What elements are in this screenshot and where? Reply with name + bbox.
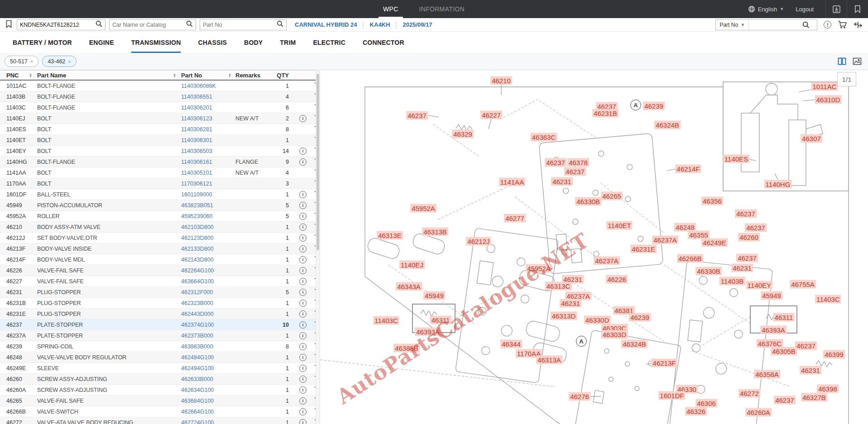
info-icon[interactable]: i <box>299 354 307 361</box>
table-row[interactable]: 46226VALVE-FAIL SAFE462264G1001i <box>0 265 316 276</box>
table-row[interactable]: 1140ESBOLT11403062818 <box>0 124 316 135</box>
table-row[interactable]: 46248VALVE-VALVE BODY REGULATOR462484G10… <box>0 352 316 363</box>
info-icon[interactable]: i <box>299 267 307 274</box>
logout-button[interactable]: Logout <box>796 6 814 13</box>
table-row[interactable]: 1140EYBOLT114030650314i <box>0 146 316 157</box>
info-icon[interactable]: i <box>299 289 307 296</box>
row-part-no-link[interactable]: 463664G100 <box>181 278 228 285</box>
diagram-part-label[interactable]: 46237 <box>795 342 817 350</box>
table-scrollbar[interactable] <box>316 70 320 424</box>
diagram-part-label[interactable]: 46231 <box>800 366 821 375</box>
cart-icon[interactable] <box>838 20 847 29</box>
table-row[interactable]: 1141AABOLT1140305101NEW A/T4 <box>0 167 316 178</box>
diagram-part-label[interactable]: 46393A <box>415 328 441 336</box>
diagram-part-label[interactable]: 45949 <box>423 291 445 300</box>
tab-connector[interactable]: CONNECTOR <box>363 32 404 53</box>
diagram-part-label[interactable]: 46313D <box>551 312 577 320</box>
swap-icon[interactable] <box>854 21 863 29</box>
sort-icon[interactable]: ▲▼ <box>228 73 235 77</box>
table-row[interactable]: 46266BVALVE-SWITCH462664G1001i <box>0 406 316 417</box>
row-part-no-link[interactable]: 1601109000 <box>181 191 228 198</box>
table-row[interactable]: 46260ASCREW ASSY-ADJUSTING462634G1001i <box>0 385 316 395</box>
diagram-part-label[interactable]: 46327B <box>801 393 827 402</box>
diagram-part-label[interactable]: 46210 <box>490 76 512 85</box>
table-row[interactable]: 1601DFBALL-STEEL16011090001i <box>0 189 316 200</box>
tab-chassis[interactable]: CHASSIS <box>198 32 227 53</box>
table-row[interactable]: 46231PLUG-STOPPER462312F0005i <box>0 287 316 298</box>
diagram-part-label[interactable]: 46393A <box>760 326 786 334</box>
search-icon[interactable] <box>802 21 810 29</box>
row-part-no-link[interactable]: 462123D800 <box>181 235 228 241</box>
row-part-no-link[interactable]: 1140305101 <box>181 170 228 176</box>
row-part-no-link[interactable]: 462443D000 <box>181 311 228 317</box>
diagram-part-label[interactable]: 1140ES <box>723 155 749 163</box>
header-part-no[interactable]: Part No <box>181 72 228 79</box>
table-row[interactable]: 46239SPRING-COIL463983B0008i <box>0 341 316 352</box>
diagram-part-label[interactable]: 46307 <box>801 134 822 143</box>
diagram-part-label[interactable]: 46343A <box>396 282 422 291</box>
row-part-no-link[interactable]: 463823B051 <box>181 202 228 209</box>
diagram-part-label[interactable]: 46363C <box>531 133 557 142</box>
table-row[interactable]: 1140ETBOLT11403063011 <box>0 135 316 146</box>
info-icon[interactable]: i <box>299 234 307 242</box>
table-row[interactable]: 46260SCREW ASSY-ADJUSTING462633B0001i <box>0 374 316 385</box>
row-part-no-link[interactable]: 462323B000 <box>181 300 228 306</box>
tab-wpc[interactable]: WPC <box>380 0 401 18</box>
table-row[interactable]: 1140EJBOLT1140306123NEW A/T2i <box>0 113 316 124</box>
info-icon[interactable]: i <box>299 386 307 394</box>
diagram-part-label[interactable]: 46344 <box>500 340 522 348</box>
row-part-no-link[interactable]: 462664G100 <box>181 409 228 415</box>
row-part-no-link[interactable]: 462133D800 <box>181 246 228 252</box>
row-part-no-link[interactable]: 462264G100 <box>181 267 228 274</box>
diagram-part-label[interactable]: 46313A <box>536 356 562 364</box>
diagram-part-label[interactable]: 46310D <box>815 95 842 104</box>
diagram-part-label[interactable]: 46231 <box>562 275 584 284</box>
table-row[interactable]: 46227VALVE-FAIL SAFE463664G1001i <box>0 276 316 287</box>
diagram-part-label[interactable]: 46306 <box>695 399 717 408</box>
diagram-part-label[interactable]: 46324B <box>654 121 681 129</box>
notice-icon[interactable]: ! <box>824 21 831 29</box>
diagram-part-label[interactable]: 46272 <box>739 389 760 398</box>
diagram-part-label[interactable]: 46276 <box>569 392 590 401</box>
diagram-part-label[interactable]: 46330B <box>695 267 722 276</box>
info-icon[interactable]: i <box>299 343 307 350</box>
diagram-part-label[interactable]: 46237 <box>745 224 767 232</box>
info-icon[interactable]: i <box>299 158 307 166</box>
row-part-no-link[interactable]: 462634G100 <box>181 387 228 393</box>
filter-chip-50-517[interactable]: 50-517× <box>5 56 38 67</box>
row-part-no-link[interactable]: 1140306281 <box>181 126 228 133</box>
row-part-no-link[interactable]: 462494G100 <box>181 365 228 372</box>
diagram-part-label[interactable]: 1140EY <box>746 281 772 290</box>
diagram-part-label[interactable]: 46399 <box>823 350 845 359</box>
table-row[interactable]: 46237APLATE-STOPPER462373B0001i <box>0 330 316 341</box>
info-icon[interactable]: i <box>299 115 307 122</box>
diagram-part-label[interactable]: 46214F <box>676 165 701 173</box>
row-part-no-link[interactable]: 462374G100 <box>181 322 228 328</box>
quick-search-field[interactable] <box>749 20 817 30</box>
diagram-part-label[interactable]: 46265 <box>601 192 623 200</box>
diagram-part-label[interactable]: 46231 <box>551 177 573 186</box>
tab-transmission[interactable]: TRANSMISSION <box>131 32 181 53</box>
search-icon[interactable] <box>186 20 193 29</box>
diagram-part-label[interactable]: 11403C <box>815 295 841 304</box>
diagram-part-label[interactable]: 46237 <box>736 254 758 262</box>
table-row[interactable]: 46272VALVE-ATA VALVE BODY REDUCING462724… <box>0 417 316 424</box>
diagram-part-label[interactable]: 46266B <box>677 254 703 263</box>
diagram-part-label[interactable]: 46755A <box>790 280 816 289</box>
diagram-part-label[interactable]: 46237 <box>545 158 566 167</box>
table-row[interactable]: 46210BODY ASSY-ATM VALVE462103D8001i <box>0 222 316 233</box>
row-part-no-link[interactable]: 462143D800 <box>181 257 228 263</box>
row-part-no-link[interactable]: 463983B000 <box>181 343 228 350</box>
info-icon[interactable]: i <box>299 408 307 415</box>
diagram-part-label[interactable]: 46227 <box>480 111 502 119</box>
close-icon[interactable]: × <box>68 59 71 64</box>
diagram-part-label[interactable]: 46305B <box>771 347 797 356</box>
diagram-part-label[interactable]: 1140EJ <box>399 261 425 269</box>
tab-battery-motor[interactable]: BATTERY / MOTOR <box>13 32 72 53</box>
info-icon[interactable]: i <box>299 202 307 209</box>
table-row[interactable]: 1140HGBOLT-FLANGE1140306161FLANGE9i <box>0 157 316 167</box>
row-part-no-link[interactable]: 462312F000 <box>181 289 228 295</box>
diagram-part-label[interactable]: 1601DF <box>658 391 685 400</box>
tab-trim[interactable]: TRIM <box>280 32 296 53</box>
info-icon[interactable]: i <box>299 376 307 383</box>
